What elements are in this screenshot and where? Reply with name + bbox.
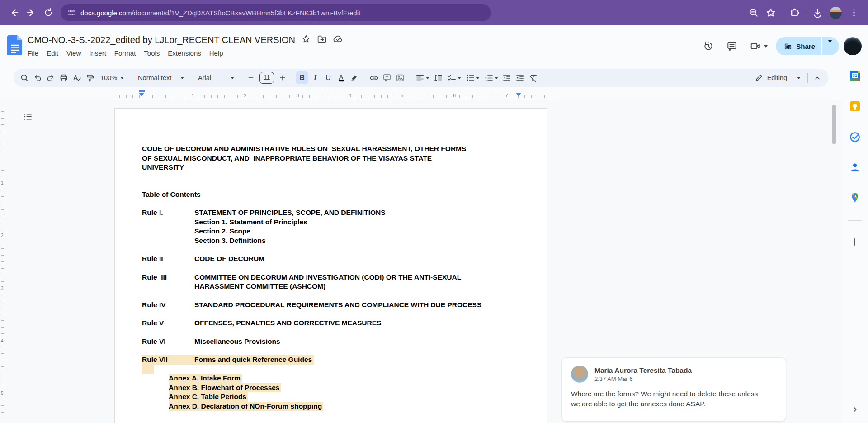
- highlight-color-button[interactable]: [348, 71, 361, 84]
- docs-logo-icon[interactable]: [7, 35, 22, 57]
- expand-side-panel-button[interactable]: [849, 404, 861, 415]
- annex-item-b: Annex B. Flowchart of Processes: [169, 383, 281, 393]
- underline-button[interactable]: U: [322, 71, 335, 84]
- menu-view[interactable]: View: [62, 48, 85, 58]
- document-status-button[interactable]: [333, 34, 343, 46]
- ruler-tick: [479, 95, 479, 98]
- hide-menus-button[interactable]: [811, 71, 824, 84]
- star-document-button[interactable]: [302, 34, 311, 45]
- open-comments-button[interactable]: [722, 37, 741, 56]
- document-page[interactable]: CODE OF DECORUM AND ADMINISTRATIVE RULES…: [114, 108, 547, 423]
- vruler-tick: [1, 275, 4, 275]
- side-panel-rail: 31: [842, 67, 868, 423]
- right-indent-marker[interactable]: [516, 93, 521, 96]
- clear-formatting-button[interactable]: [527, 71, 539, 84]
- video-call-icon: [750, 41, 761, 52]
- reload-button[interactable]: [40, 4, 57, 21]
- horizontal-ruler[interactable]: 1234567: [0, 89, 842, 100]
- bookmark-button[interactable]: [762, 4, 779, 21]
- account-avatar[interactable]: [844, 37, 862, 55]
- site-settings-icon[interactable]: [67, 8, 76, 17]
- ruler-tick: [119, 95, 120, 98]
- menu-help[interactable]: Help: [205, 48, 227, 58]
- ruler-tick: [179, 95, 179, 98]
- menu-tools[interactable]: Tools: [140, 48, 164, 58]
- show-outline-button[interactable]: [22, 110, 34, 123]
- zoom-indicator-button[interactable]: [745, 4, 762, 21]
- comment-card[interactable]: Maria Aurora Teresita Tabada 2:37 AM Mar…: [561, 357, 786, 422]
- toc-line: Section 3. Definitions: [194, 236, 386, 246]
- vruler-tick: [1, 373, 4, 373]
- maps-app-button[interactable]: [849, 192, 861, 204]
- ruler-number: 2: [244, 93, 247, 98]
- move-document-button[interactable]: [317, 34, 326, 46]
- editing-mode-select[interactable]: Editing: [751, 71, 804, 84]
- ruler-tick: [355, 95, 355, 98]
- font-size-input[interactable]: 11: [259, 72, 274, 84]
- toolbar-separator: [241, 73, 241, 83]
- ruler-tick: [322, 95, 322, 98]
- forward-button[interactable]: [23, 4, 40, 21]
- line-spacing-button[interactable]: [432, 71, 444, 84]
- menu-file[interactable]: File: [24, 48, 42, 58]
- ruler-tick: [512, 95, 512, 98]
- keep-app-button[interactable]: [849, 100, 861, 112]
- checklist-button[interactable]: [445, 71, 463, 84]
- search-menus-button[interactable]: [18, 71, 31, 84]
- chevron-down-icon: [120, 77, 124, 81]
- add-comment-button[interactable]: [381, 71, 393, 84]
- contacts-app-button[interactable]: [849, 162, 861, 173]
- spelling-check-button[interactable]: [71, 71, 83, 84]
- back-button[interactable]: [5, 4, 23, 21]
- left-indent-marker[interactable]: [139, 93, 144, 96]
- bold-button[interactable]: B: [296, 71, 308, 84]
- calendar-icon: 31: [849, 70, 861, 81]
- downloads-button[interactable]: [809, 4, 826, 21]
- undo-button[interactable]: [31, 71, 44, 84]
- text-color-icon: [337, 73, 346, 82]
- increase-indent-button[interactable]: [514, 71, 526, 84]
- tasks-app-button[interactable]: [849, 131, 861, 143]
- version-history-button[interactable]: [699, 37, 718, 56]
- paragraph-style-select[interactable]: Normal text: [134, 71, 188, 84]
- numbered-list-button[interactable]: 123: [482, 71, 500, 84]
- share-button[interactable]: Share: [776, 37, 839, 55]
- comment-author: Maria Aurora Teresita Tabada: [594, 366, 692, 375]
- zoom-select[interactable]: 100%: [97, 71, 127, 84]
- vruler-tick: [1, 124, 4, 125]
- browser-profile-avatar[interactable]: [830, 7, 842, 19]
- browser-menu-button[interactable]: [845, 4, 863, 21]
- extensions-button[interactable]: [786, 4, 803, 21]
- vruler-tick: [1, 261, 4, 262]
- get-addons-button[interactable]: [849, 236, 861, 248]
- ruler-tick: [302, 95, 303, 98]
- decrease-font-size-button[interactable]: [245, 71, 257, 84]
- calendar-app-button[interactable]: 31: [849, 70, 861, 81]
- ruler-tick: [420, 95, 420, 98]
- toc-rule-label: Rule III: [142, 273, 194, 291]
- menu-insert[interactable]: Insert: [85, 48, 110, 58]
- decrease-indent-button[interactable]: [500, 71, 513, 84]
- share-dropdown-button[interactable]: [824, 43, 836, 50]
- font-select[interactable]: Arial: [194, 71, 238, 84]
- italic-button[interactable]: I: [309, 71, 321, 84]
- back-arrow-icon: [9, 8, 19, 18]
- join-call-button[interactable]: [746, 37, 771, 56]
- menu-format[interactable]: Format: [110, 48, 140, 58]
- redo-button[interactable]: [44, 71, 57, 84]
- first-line-indent-marker[interactable]: [139, 90, 145, 92]
- insert-link-button[interactable]: [368, 71, 380, 84]
- menu-extensions[interactable]: Extensions: [164, 48, 205, 58]
- insert-image-button[interactable]: [394, 71, 406, 84]
- print-button[interactable]: [57, 71, 70, 84]
- address-bar[interactable]: docs.google.com/document/d/1V_ZDqDXATSft…: [61, 4, 491, 21]
- increase-font-size-button[interactable]: [276, 71, 289, 84]
- menu-edit[interactable]: Edit: [42, 48, 62, 58]
- vertical-scrollbar[interactable]: [832, 105, 836, 144]
- paint-format-button[interactable]: [84, 71, 96, 84]
- document-title[interactable]: CMO-NO.-3-S.-2022_edited by LJLor_RECENT…: [28, 35, 295, 45]
- bulleted-list-button[interactable]: [463, 71, 481, 84]
- align-button[interactable]: [413, 71, 431, 84]
- share-divider: [821, 37, 822, 55]
- text-color-button[interactable]: [335, 71, 348, 84]
